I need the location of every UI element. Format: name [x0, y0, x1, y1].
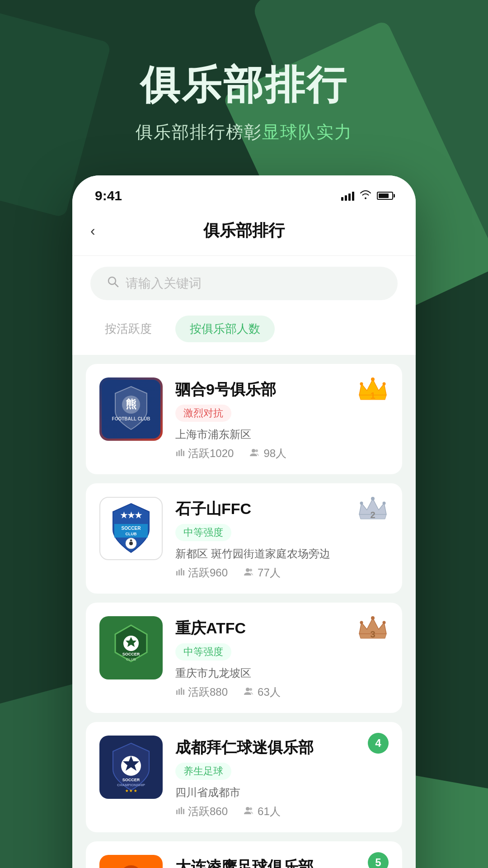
status-icons	[341, 189, 393, 202]
club-info-4: 成都拜仁球迷俱乐部 养生足球 四川省成都市 活跃860	[175, 736, 389, 819]
rank-badge-2: 2	[357, 494, 389, 521]
status-time: 9:41	[95, 188, 122, 203]
svg-point-21	[129, 542, 133, 545]
subtitle-prefix: 俱乐部排行榜彰	[136, 123, 262, 142]
svg-rect-22	[176, 571, 178, 576]
svg-rect-7	[178, 450, 180, 456]
svg-point-42	[371, 616, 375, 620]
svg-rect-39	[183, 689, 184, 695]
svg-rect-6	[176, 452, 178, 456]
svg-rect-24	[181, 568, 182, 576]
club-card-4[interactable]: SOCCER CHAMPIONSHIP ★ ★ ★ 成都拜仁球迷俱乐部 养生足球…	[86, 722, 402, 832]
svg-rect-37	[178, 689, 180, 695]
club-tag-3: 中等强度	[175, 643, 231, 660]
search-icon	[107, 275, 119, 291]
club-stats-2: 活跃960 77人	[175, 566, 389, 580]
rank-number-5: 5	[368, 852, 389, 868]
club-info-5: 大连凌鹰足球俱乐部 中等强度 辽宁省大连市 活跃730	[175, 855, 389, 868]
svg-point-10	[252, 449, 255, 453]
svg-text:SOCCER: SOCCER	[122, 526, 141, 531]
svg-point-44	[383, 621, 386, 624]
back-button[interactable]: ‹	[90, 222, 95, 239]
club-list: 熊 FOOTBALL CLUB 驷合9号俱乐部 激烈对抗 上海市浦东新区 活跃1…	[72, 355, 416, 868]
club-members-3: 63人	[244, 685, 281, 699]
search-placeholder: 请输入关键词	[126, 275, 202, 292]
rank-number-4: 4	[368, 733, 389, 754]
club-activity-2: 活跃960	[175, 566, 228, 580]
filter-activity[interactable]: 按活跃度	[90, 316, 166, 342]
club-members-2: 77人	[244, 566, 281, 580]
search-section: 请输入关键词	[72, 256, 416, 311]
svg-point-43	[360, 621, 363, 624]
svg-text:SOCCER: SOCCER	[122, 652, 140, 656]
filter-members[interactable]: 按俱乐部人数	[175, 316, 275, 342]
svg-point-54	[246, 807, 249, 811]
page-title: 俱乐部排行	[203, 220, 285, 242]
club-activity-3: 活跃880	[175, 685, 228, 699]
svg-text:CHAMPIONSHIP: CHAMPIONSHIP	[117, 783, 145, 787]
members-icon-3	[244, 686, 254, 698]
svg-text:CLUB: CLUB	[126, 657, 136, 661]
svg-point-41	[249, 688, 252, 691]
wifi-icon	[360, 189, 371, 202]
svg-text:FOOTBALL CLUB: FOOTBALL CLUB	[112, 416, 150, 421]
club-location-1: 上海市浦东新区	[175, 427, 389, 442]
club-members-1: 98人	[250, 446, 286, 461]
club-tag-4: 养生足球	[175, 763, 231, 780]
svg-point-30	[383, 501, 386, 505]
battery-icon	[377, 192, 393, 200]
members-icon-2	[244, 566, 254, 579]
club-logo-3: SOCCER CLUB	[99, 616, 163, 679]
svg-point-28	[371, 497, 375, 500]
svg-rect-36	[176, 690, 178, 695]
club-name-5: 大连凌鹰足球俱乐部	[175, 857, 389, 868]
activity-icon-4	[175, 805, 184, 818]
svg-point-12	[371, 377, 375, 381]
svg-rect-23	[178, 570, 180, 576]
club-tag-1: 激烈对抗	[175, 405, 231, 422]
svg-text:CLUB: CLUB	[126, 532, 137, 536]
svg-text:★★★: ★★★	[120, 511, 142, 520]
club-stats-3: 活跃880 63人	[175, 685, 389, 699]
search-bar[interactable]: 请输入关键词	[90, 267, 398, 300]
hero-title: 俱乐部排行	[18, 63, 470, 107]
rank-number-3: 3	[370, 629, 375, 640]
filter-section: 按活跃度 按俱乐部人数	[72, 311, 416, 355]
club-stats-4: 活跃860 61人	[175, 804, 389, 819]
svg-point-55	[249, 807, 252, 810]
hero-subtitle: 俱乐部排行榜彰显球队实力	[18, 121, 470, 144]
svg-rect-52	[181, 807, 182, 814]
svg-text:熊: 熊	[126, 398, 136, 410]
club-card-2[interactable]: ★★★ SOCCER CLUB 石子山FFC 中等强度 新都区 斑竹园街道家庭	[86, 483, 402, 594]
club-members-4: 61人	[244, 804, 281, 819]
activity-icon-3	[175, 686, 184, 698]
svg-line-1	[115, 283, 118, 287]
club-logo-5: ORLIK POTEMYL	[99, 855, 163, 868]
club-name-4: 成都拜仁球迷俱乐部	[175, 737, 389, 758]
club-stats-1: 活跃1020 98人	[175, 446, 389, 461]
app-header: ‹ 俱乐部排行	[72, 211, 416, 256]
rank-number-1: 1	[370, 391, 375, 401]
club-card-3[interactable]: SOCCER CLUB 重庆ATFC 中等强度 重庆市九龙坡区 活跃880	[86, 603, 402, 713]
activity-icon-2	[175, 566, 184, 579]
svg-point-13	[360, 382, 363, 385]
svg-text:SOCCER: SOCCER	[122, 778, 140, 782]
club-card-1[interactable]: 熊 FOOTBALL CLUB 驷合9号俱乐部 激烈对抗 上海市浦东新区 活跃1…	[86, 364, 402, 474]
svg-rect-25	[183, 570, 184, 576]
club-location-4: 四川省成都市	[175, 785, 389, 800]
status-bar: 9:41	[72, 175, 416, 211]
members-icon-1	[250, 447, 260, 460]
svg-point-40	[246, 688, 249, 691]
svg-rect-50	[176, 810, 178, 814]
club-logo-4: SOCCER CHAMPIONSHIP ★ ★ ★	[99, 736, 163, 799]
club-activity-4: 活跃860	[175, 804, 228, 819]
phone-mockup: 9:41	[72, 175, 416, 868]
svg-point-27	[249, 569, 252, 571]
club-card-5[interactable]: ORLIK POTEMYL 大连凌鹰足球俱乐部 中等强度 辽宁省大连市	[86, 841, 402, 868]
svg-text:★ ★ ★: ★ ★ ★	[125, 789, 137, 793]
rank-badge-5: 5	[368, 852, 389, 868]
hero-section: 俱乐部排行 俱乐部排行榜彰显球队实力	[0, 36, 488, 166]
svg-rect-9	[183, 451, 184, 456]
club-activity-1: 活跃1020	[175, 446, 234, 461]
svg-rect-8	[181, 449, 182, 456]
